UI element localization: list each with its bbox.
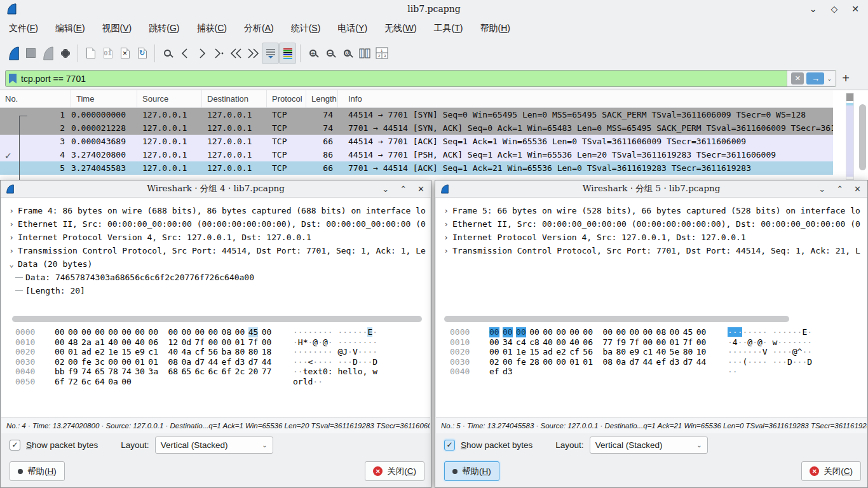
reload-file-icon[interactable]: ↻ bbox=[133, 43, 151, 64]
hex-byte[interactable]: 20 bbox=[248, 367, 259, 377]
hex-byte[interactable]: 00 bbox=[643, 327, 653, 337]
hex-row[interactable]: 0040efd3·· bbox=[436, 367, 867, 377]
tree-row[interactable]: ›Transmission Control Protocol, Src Port… bbox=[1, 244, 430, 257]
hex-byte[interactable]: 6c bbox=[81, 377, 92, 387]
filter-apply-icon[interactable]: → bbox=[806, 72, 824, 85]
hex-byte[interactable]: 72 bbox=[68, 377, 78, 387]
hex-byte[interactable]: 00 bbox=[121, 377, 132, 387]
filter-clear-icon[interactable]: ✕ bbox=[791, 72, 804, 85]
column-header-time[interactable]: Time bbox=[71, 90, 137, 107]
hex-byte[interactable]: 80 bbox=[683, 347, 693, 357]
hex-byte[interactable]: 00 bbox=[121, 327, 132, 337]
hex-byte[interactable]: 00 bbox=[489, 337, 499, 348]
tree-row[interactable]: ›Transmission Control Protocol, Src Port… bbox=[436, 244, 867, 257]
hex-byte[interactable]: 00 bbox=[670, 327, 680, 337]
hex-row[interactable]: 000000000000000000000000000008004500····… bbox=[436, 327, 867, 337]
menu-item-w[interactable]: 无线(W) bbox=[384, 23, 417, 34]
hex-byte[interactable]: 74 bbox=[121, 367, 132, 377]
hex-byte[interactable]: 06 bbox=[583, 337, 593, 348]
hex-byte[interactable]: 6f bbox=[55, 377, 65, 387]
hex-byte[interactable]: 01 bbox=[148, 357, 158, 367]
hex-byte[interactable]: 01 bbox=[503, 347, 513, 357]
hex-byte[interactable]: 40 bbox=[569, 337, 580, 348]
hex-byte[interactable]: 44 bbox=[262, 357, 272, 367]
menu-item-t[interactable]: 工具(T) bbox=[434, 23, 463, 34]
hex-byte[interactable]: 00 bbox=[68, 327, 78, 337]
tree-row[interactable]: ›Internet Protocol Version 4, Src: 127.0… bbox=[1, 231, 430, 244]
scrollbar-thumb[interactable] bbox=[12, 316, 422, 322]
hex-byte[interactable]: e2 bbox=[95, 347, 105, 357]
hex-byte[interactable]: 68 bbox=[168, 367, 178, 377]
minimize-icon[interactable]: ⌄ bbox=[810, 4, 817, 14]
hex-row[interactable]: 002000011e15ade2cf56ba80e9c1405e8010····… bbox=[436, 347, 867, 357]
hex-byte[interactable]: 00 bbox=[262, 337, 272, 348]
hex-byte[interactable]: ef bbox=[489, 367, 499, 377]
go-to-packet-icon[interactable] bbox=[210, 43, 227, 64]
hex-byte[interactable]: 00 bbox=[108, 327, 118, 337]
hex-byte[interactable]: 80 bbox=[235, 347, 245, 357]
hex-byte[interactable]: 01 bbox=[235, 337, 245, 348]
hex-byte[interactable]: fe bbox=[516, 357, 526, 367]
hex-byte[interactable]: 1e bbox=[516, 347, 526, 357]
packet-row-1[interactable]: 10.000000000127.0.0.1127.0.0.1TCP7444514… bbox=[0, 108, 833, 121]
layout-select[interactable]: Vertical (Stacked) ⌄ bbox=[155, 437, 273, 454]
hex-byte[interactable]: 28 bbox=[529, 357, 539, 367]
hex-byte[interactable]: 00 bbox=[556, 357, 566, 367]
hex-byte[interactable]: 2c bbox=[235, 367, 245, 377]
hex-byte[interactable]: 01 bbox=[569, 357, 580, 367]
hex-byte[interactable]: ef bbox=[222, 357, 232, 367]
hex-byte[interactable]: ef bbox=[656, 357, 667, 367]
expand-icon[interactable]: › bbox=[6, 233, 17, 242]
hex-byte[interactable]: 18 bbox=[262, 347, 272, 357]
hex-byte[interactable]: 0d bbox=[181, 337, 191, 348]
expand-icon[interactable]: › bbox=[441, 220, 451, 229]
hex-byte[interactable]: bb bbox=[55, 367, 65, 377]
hex-byte[interactable]: 40 bbox=[135, 337, 145, 348]
menu-item-v[interactable]: 视图(V) bbox=[102, 23, 132, 34]
hex-byte[interactable]: e2 bbox=[556, 347, 566, 357]
zoom-reset-icon[interactable]: ↺ bbox=[339, 43, 356, 64]
tree-row[interactable]: ›Ethernet II, Src: 00:00:00_00:00:00 (00… bbox=[1, 217, 430, 231]
hex-row[interactable]: 001000482aa140004006120d7f0000017f00·H*·… bbox=[1, 337, 430, 348]
hex-byte[interactable]: 00 bbox=[629, 327, 639, 337]
hex-byte[interactable]: 2a bbox=[81, 337, 92, 348]
packet-row-3[interactable]: 30.000043689127.0.0.1127.0.0.1TCP6644514… bbox=[0, 135, 833, 148]
hex-byte[interactable]: 44 bbox=[208, 357, 219, 367]
hex-byte[interactable]: 65 bbox=[181, 367, 191, 377]
hex-row[interactable]: 00200001ade21e15e9c1404acf56ba808018····… bbox=[1, 347, 430, 357]
horizontal-scrollbar[interactable] bbox=[436, 315, 867, 323]
hex-byte[interactable]: 80 bbox=[248, 347, 259, 357]
packet-row-5[interactable]: 513.274045583127.0.0.1127.0.0.1TCP667701… bbox=[0, 161, 833, 175]
hex-byte[interactable]: c1 bbox=[148, 347, 158, 357]
packet-list-header[interactable]: No.TimeSourceDestinationProtocolLengthIn… bbox=[0, 90, 833, 108]
hex-byte[interactable]: c4 bbox=[516, 337, 526, 348]
add-filter-expression-button[interactable]: + bbox=[836, 71, 855, 86]
hex-byte[interactable]: 10 bbox=[696, 347, 707, 357]
tree-row[interactable]: ›Internet Protocol Version 4, Src: 127.0… bbox=[436, 231, 867, 244]
hex-byte[interactable]: 12 bbox=[168, 337, 178, 348]
maximize-icon[interactable]: ⌃ bbox=[400, 184, 407, 194]
hex-byte[interactable]: 00 bbox=[656, 337, 667, 348]
expand-icon[interactable]: › bbox=[441, 247, 451, 255]
go-back-icon[interactable] bbox=[176, 43, 193, 64]
hex-byte[interactable]: 08 bbox=[168, 357, 178, 367]
menu-item-f[interactable]: 文件(F) bbox=[9, 23, 38, 34]
hex-byte[interactable]: 01 bbox=[670, 337, 680, 348]
menu-item-e[interactable]: 编辑(E) bbox=[55, 23, 85, 34]
expand-icon[interactable]: › bbox=[6, 220, 17, 229]
display-filter-field[interactable]: ✕ → ⌄ bbox=[5, 70, 836, 87]
hex-byte[interactable]: 08 bbox=[222, 327, 232, 337]
hex-byte[interactable]: 7f bbox=[629, 337, 639, 348]
hex-byte[interactable]: 00 bbox=[543, 327, 553, 337]
maximize-icon[interactable]: ⌃ bbox=[836, 184, 843, 194]
hex-byte[interactable]: cf bbox=[194, 347, 205, 357]
column-header-destination[interactable]: Destination bbox=[202, 90, 267, 107]
find-packet-icon[interactable] bbox=[159, 43, 176, 64]
menu-item-g[interactable]: 跳转(G) bbox=[149, 23, 179, 34]
open-file-icon[interactable] bbox=[82, 43, 99, 64]
hex-byte[interactable]: 00 bbox=[81, 327, 92, 337]
menu-item-s[interactable]: 统计(S) bbox=[291, 23, 321, 34]
hex-row[interactable]: 000000000000000000000000000008004500····… bbox=[1, 327, 430, 337]
hex-byte[interactable]: 0a bbox=[616, 357, 626, 367]
menu-item-h[interactable]: 帮助(H) bbox=[480, 23, 510, 34]
